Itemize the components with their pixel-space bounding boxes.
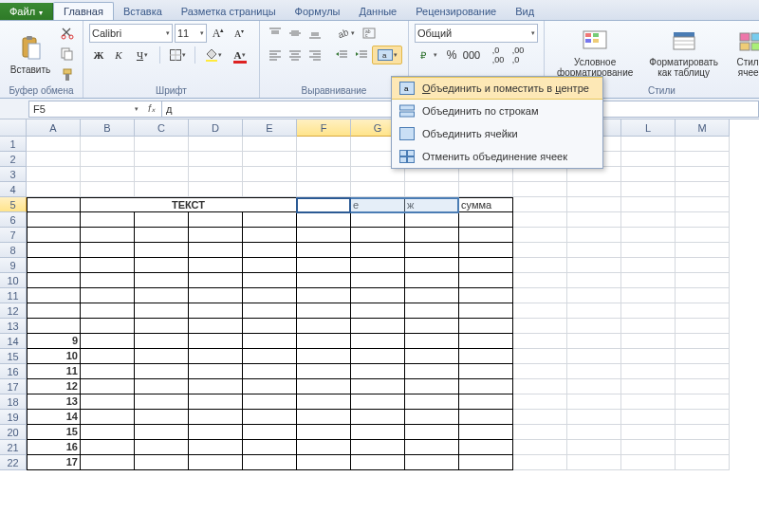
cell-J13[interactable] (513, 319, 567, 334)
row-header-11[interactable]: 11 (0, 288, 27, 303)
cell-E20[interactable] (243, 425, 297, 440)
align-left-button[interactable] (266, 46, 285, 64)
cell-F12[interactable] (297, 303, 351, 319)
cell-E3[interactable] (243, 167, 297, 182)
cell-J10[interactable] (513, 273, 567, 288)
cell-I18[interactable] (459, 394, 513, 410)
cell-B1[interactable] (81, 137, 135, 152)
cell-C7[interactable] (135, 228, 189, 243)
cell-B5[interactable]: ТЕКСТ (81, 197, 297, 212)
cell-E11[interactable] (243, 288, 297, 303)
cell-G19[interactable] (351, 410, 405, 425)
cell-G18[interactable] (351, 394, 405, 410)
row-headers[interactable]: 12345678910111213141516171819202122 (0, 137, 27, 470)
cell-A22[interactable]: 17 (27, 455, 81, 470)
cell-M8[interactable] (676, 243, 730, 258)
cell-M15[interactable] (676, 349, 730, 364)
row-header-12[interactable]: 12 (0, 303, 27, 319)
cell-A16[interactable]: 11 (27, 364, 81, 379)
cell-M16[interactable] (676, 364, 730, 379)
menu-merge-center[interactable]: a ООбъединить и поместить в центребъедин… (392, 77, 602, 100)
cell-J21[interactable] (513, 440, 567, 455)
merge-cells-button[interactable]: a▾ (372, 46, 402, 64)
cell-K3[interactable] (567, 167, 621, 182)
cell-G3[interactable] (351, 167, 405, 182)
row-header-8[interactable]: 8 (0, 243, 27, 258)
cell-K8[interactable] (567, 243, 621, 258)
cell-I14[interactable] (459, 334, 513, 349)
cell-L21[interactable] (621, 440, 676, 455)
cell-M2[interactable] (676, 152, 730, 167)
conditional-format-button[interactable]: Условное форматирование (550, 24, 639, 81)
cell-I10[interactable] (459, 273, 513, 288)
cell-A8[interactable] (27, 243, 81, 258)
col-header-E[interactable]: E (243, 119, 297, 137)
cell-C20[interactable] (135, 425, 189, 440)
increase-indent-button[interactable] (352, 46, 371, 64)
cell-D20[interactable] (189, 425, 243, 440)
cell-A14[interactable]: 9 (27, 334, 81, 349)
col-header-B[interactable]: B (81, 119, 135, 137)
cell-I19[interactable] (459, 410, 513, 425)
cut-button[interactable] (58, 24, 77, 43)
cell-K12[interactable] (567, 303, 621, 319)
cell-M9[interactable] (676, 258, 730, 273)
cell-G16[interactable] (351, 364, 405, 379)
cell-K14[interactable] (567, 334, 621, 349)
cell-C22[interactable] (135, 455, 189, 470)
row-header-15[interactable]: 15 (0, 349, 27, 364)
cell-H9[interactable] (405, 258, 459, 273)
cell-A5[interactable]: ТЕКСТ (27, 197, 81, 212)
cell-G8[interactable] (351, 243, 405, 258)
align-top-button[interactable] (266, 24, 285, 43)
cell-C18[interactable] (135, 394, 189, 410)
cell-D19[interactable] (189, 410, 243, 425)
cell-M18[interactable] (676, 394, 730, 410)
cell-C12[interactable] (135, 303, 189, 319)
col-header-L[interactable]: L (621, 119, 676, 137)
cell-C10[interactable] (135, 273, 189, 288)
cell-B21[interactable] (81, 440, 135, 455)
tab-data[interactable]: Данные (349, 3, 406, 20)
cell-L17[interactable] (621, 379, 676, 394)
cell-H11[interactable] (405, 288, 459, 303)
cell-D12[interactable] (189, 303, 243, 319)
cell-I4[interactable] (459, 182, 513, 197)
cell-K5[interactable] (567, 197, 621, 212)
cell-L5[interactable] (621, 197, 676, 212)
cell-F1[interactable] (297, 137, 351, 152)
cell-E18[interactable] (243, 394, 297, 410)
cell-I9[interactable] (459, 258, 513, 273)
cell-B12[interactable] (81, 303, 135, 319)
cell-B3[interactable] (81, 167, 135, 182)
decrease-decimal-button[interactable]: ,00,0 (509, 46, 528, 64)
cell-M1[interactable] (676, 137, 730, 152)
cell-A21[interactable]: 16 (27, 440, 81, 455)
orientation-button[interactable]: ab▾ (332, 24, 359, 43)
cell-D8[interactable] (189, 243, 243, 258)
cell-B7[interactable] (81, 228, 135, 243)
cell-H20[interactable] (405, 425, 459, 440)
cell-L11[interactable] (621, 288, 676, 303)
cell-L8[interactable] (621, 243, 676, 258)
font-color-button[interactable]: А▾ (227, 46, 253, 64)
cell-J9[interactable] (513, 258, 567, 273)
row-header-13[interactable]: 13 (0, 319, 27, 334)
accounting-format-button[interactable]: ₽▾ (415, 46, 441, 64)
cell-J14[interactable] (513, 334, 567, 349)
cell-C19[interactable] (135, 410, 189, 425)
cell-G11[interactable] (351, 288, 405, 303)
cell-M22[interactable] (676, 455, 730, 470)
cell-K18[interactable] (567, 394, 621, 410)
cell-D10[interactable] (189, 273, 243, 288)
paste-button[interactable]: Вставить (6, 31, 55, 78)
row-header-10[interactable]: 10 (0, 273, 27, 288)
cell-M4[interactable] (676, 182, 730, 197)
cell-L13[interactable] (621, 319, 676, 334)
name-box[interactable]: F5▾ (28, 101, 142, 118)
select-all-corner[interactable] (0, 119, 27, 137)
cell-I11[interactable] (459, 288, 513, 303)
row-header-22[interactable]: 22 (0, 455, 27, 470)
col-header-C[interactable]: C (135, 119, 189, 137)
cell-F10[interactable] (297, 273, 351, 288)
